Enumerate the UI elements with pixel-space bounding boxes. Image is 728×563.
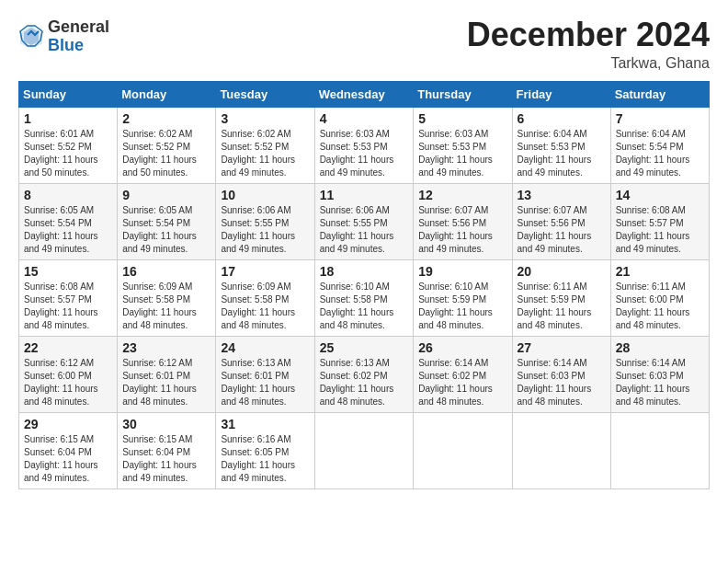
calendar-cell: 4 Sunrise: 6:03 AM Sunset: 5:53 PM Dayli… (314, 108, 414, 184)
day-info: Sunrise: 6:09 AM Sunset: 5:58 PM Dayligh… (221, 281, 309, 332)
calendar-cell: 15 Sunrise: 6:08 AM Sunset: 5:57 PM Dayl… (19, 260, 118, 337)
day-number: 17 (221, 264, 309, 279)
day-number: 31 (221, 417, 309, 431)
calendar-week-row: 15 Sunrise: 6:08 AM Sunset: 5:57 PM Dayl… (19, 260, 710, 337)
day-number: 24 (221, 340, 309, 355)
calendar-header-row: SundayMondayTuesdayWednesdayThursdayFrid… (19, 82, 710, 108)
calendar-cell: 24 Sunrise: 6:13 AM Sunset: 6:01 PM Dayl… (216, 337, 314, 413)
calendar-cell: 30 Sunrise: 6:15 AM Sunset: 6:04 PM Dayl… (118, 413, 216, 489)
calendar-cell (512, 413, 610, 489)
calendar-cell: 22 Sunrise: 6:12 AM Sunset: 6:00 PM Dayl… (19, 337, 118, 413)
day-of-week-header: Sunday (19, 82, 118, 108)
day-info: Sunrise: 6:14 AM Sunset: 6:02 PM Dayligh… (418, 357, 506, 408)
day-number: 8 (24, 188, 112, 202)
day-number: 1 (24, 111, 112, 126)
day-info: Sunrise: 6:02 AM Sunset: 5:52 PM Dayligh… (122, 128, 210, 179)
calendar-cell: 5 Sunrise: 6:03 AM Sunset: 5:53 PM Dayli… (414, 108, 512, 184)
day-number: 21 (616, 264, 704, 279)
day-info: Sunrise: 6:01 AM Sunset: 5:52 PM Dayligh… (24, 128, 112, 179)
day-info: Sunrise: 6:13 AM Sunset: 6:01 PM Dayligh… (221, 357, 309, 408)
logo-general-text: General (48, 18, 109, 37)
month-title: December 2024 (467, 18, 710, 52)
day-info: Sunrise: 6:12 AM Sunset: 6:00 PM Dayligh… (24, 357, 112, 408)
day-info: Sunrise: 6:14 AM Sunset: 6:03 PM Dayligh… (518, 357, 606, 408)
day-number: 20 (518, 264, 606, 279)
day-info: Sunrise: 6:08 AM Sunset: 5:57 PM Dayligh… (616, 204, 704, 256)
day-info: Sunrise: 6:11 AM Sunset: 6:00 PM Dayligh… (616, 281, 704, 332)
header: General Blue December 2024 Tarkwa, Ghana (18, 18, 710, 72)
calendar-cell: 20 Sunrise: 6:11 AM Sunset: 5:59 PM Dayl… (512, 260, 610, 337)
day-info: Sunrise: 6:06 AM Sunset: 5:55 PM Dayligh… (320, 204, 409, 256)
day-info: Sunrise: 6:11 AM Sunset: 5:59 PM Dayligh… (518, 281, 606, 332)
day-info: Sunrise: 6:08 AM Sunset: 5:57 PM Dayligh… (24, 281, 112, 332)
day-info: Sunrise: 6:07 AM Sunset: 5:56 PM Dayligh… (518, 204, 606, 256)
location-title: Tarkwa, Ghana (467, 55, 710, 72)
calendar-cell: 16 Sunrise: 6:09 AM Sunset: 5:58 PM Dayl… (118, 260, 216, 337)
calendar-cell: 13 Sunrise: 6:07 AM Sunset: 5:56 PM Dayl… (512, 184, 610, 260)
calendar-cell (314, 413, 414, 489)
calendar-cell: 27 Sunrise: 6:14 AM Sunset: 6:03 PM Dayl… (512, 337, 610, 413)
day-info: Sunrise: 6:16 AM Sunset: 6:05 PM Dayligh… (221, 433, 309, 485)
day-number: 14 (616, 188, 704, 202)
day-number: 25 (320, 340, 409, 355)
day-info: Sunrise: 6:10 AM Sunset: 5:58 PM Dayligh… (320, 281, 409, 332)
day-number: 6 (518, 111, 606, 126)
calendar-cell: 26 Sunrise: 6:14 AM Sunset: 6:02 PM Dayl… (414, 337, 512, 413)
calendar-week-row: 22 Sunrise: 6:12 AM Sunset: 6:00 PM Dayl… (19, 337, 710, 413)
day-info: Sunrise: 6:02 AM Sunset: 5:52 PM Dayligh… (221, 128, 309, 179)
calendar: SundayMondayTuesdayWednesdayThursdayFrid… (18, 81, 710, 489)
day-info: Sunrise: 6:13 AM Sunset: 6:02 PM Dayligh… (320, 357, 409, 408)
calendar-cell: 1 Sunrise: 6:01 AM Sunset: 5:52 PM Dayli… (19, 108, 118, 184)
day-info: Sunrise: 6:04 AM Sunset: 5:54 PM Dayligh… (616, 128, 704, 179)
calendar-cell: 21 Sunrise: 6:11 AM Sunset: 6:00 PM Dayl… (610, 260, 709, 337)
logo-icon (18, 24, 44, 50)
day-info: Sunrise: 6:09 AM Sunset: 5:58 PM Dayligh… (122, 281, 210, 332)
day-info: Sunrise: 6:12 AM Sunset: 6:01 PM Dayligh… (122, 357, 210, 408)
calendar-week-row: 8 Sunrise: 6:05 AM Sunset: 5:54 PM Dayli… (19, 184, 710, 260)
day-info: Sunrise: 6:14 AM Sunset: 6:03 PM Dayligh… (616, 357, 704, 408)
day-of-week-header: Saturday (610, 82, 709, 108)
day-number: 26 (418, 340, 506, 355)
day-number: 4 (320, 111, 409, 126)
day-of-week-header: Friday (512, 82, 610, 108)
day-number: 3 (221, 111, 309, 126)
day-number: 27 (518, 340, 606, 355)
day-number: 23 (122, 340, 210, 355)
calendar-cell: 18 Sunrise: 6:10 AM Sunset: 5:58 PM Dayl… (314, 260, 414, 337)
logo-blue-text: Blue (48, 37, 109, 55)
day-number: 12 (418, 188, 506, 202)
calendar-cell: 31 Sunrise: 6:16 AM Sunset: 6:05 PM Dayl… (216, 413, 314, 489)
day-info: Sunrise: 6:05 AM Sunset: 5:54 PM Dayligh… (122, 204, 210, 256)
day-number: 16 (122, 264, 210, 279)
calendar-week-row: 29 Sunrise: 6:15 AM Sunset: 6:04 PM Dayl… (19, 413, 710, 489)
calendar-cell: 11 Sunrise: 6:06 AM Sunset: 5:55 PM Dayl… (314, 184, 414, 260)
day-number: 30 (122, 417, 210, 431)
day-number: 7 (616, 111, 704, 126)
day-info: Sunrise: 6:10 AM Sunset: 5:59 PM Dayligh… (418, 281, 506, 332)
day-info: Sunrise: 6:07 AM Sunset: 5:56 PM Dayligh… (418, 204, 506, 256)
calendar-cell (414, 413, 512, 489)
day-number: 19 (418, 264, 506, 279)
calendar-week-row: 1 Sunrise: 6:01 AM Sunset: 5:52 PM Dayli… (19, 108, 710, 184)
calendar-cell: 28 Sunrise: 6:14 AM Sunset: 6:03 PM Dayl… (610, 337, 709, 413)
day-number: 22 (24, 340, 112, 355)
day-info: Sunrise: 6:06 AM Sunset: 5:55 PM Dayligh… (221, 204, 309, 256)
calendar-cell: 9 Sunrise: 6:05 AM Sunset: 5:54 PM Dayli… (118, 184, 216, 260)
calendar-cell: 25 Sunrise: 6:13 AM Sunset: 6:02 PM Dayl… (314, 337, 414, 413)
calendar-cell: 17 Sunrise: 6:09 AM Sunset: 5:58 PM Dayl… (216, 260, 314, 337)
calendar-cell: 8 Sunrise: 6:05 AM Sunset: 5:54 PM Dayli… (19, 184, 118, 260)
day-number: 18 (320, 264, 409, 279)
day-info: Sunrise: 6:05 AM Sunset: 5:54 PM Dayligh… (24, 204, 112, 256)
day-number: 29 (24, 417, 112, 431)
calendar-cell (610, 413, 709, 489)
calendar-cell: 29 Sunrise: 6:15 AM Sunset: 6:04 PM Dayl… (19, 413, 118, 489)
day-info: Sunrise: 6:15 AM Sunset: 6:04 PM Dayligh… (24, 433, 112, 485)
day-number: 5 (418, 111, 506, 126)
calendar-cell: 10 Sunrise: 6:06 AM Sunset: 5:55 PM Dayl… (216, 184, 314, 260)
logo-text: General Blue (48, 18, 109, 55)
day-info: Sunrise: 6:15 AM Sunset: 6:04 PM Dayligh… (122, 433, 210, 485)
title-section: December 2024 Tarkwa, Ghana (467, 18, 710, 72)
day-info: Sunrise: 6:03 AM Sunset: 5:53 PM Dayligh… (418, 128, 506, 179)
day-of-week-header: Wednesday (314, 82, 414, 108)
day-number: 9 (122, 188, 210, 202)
